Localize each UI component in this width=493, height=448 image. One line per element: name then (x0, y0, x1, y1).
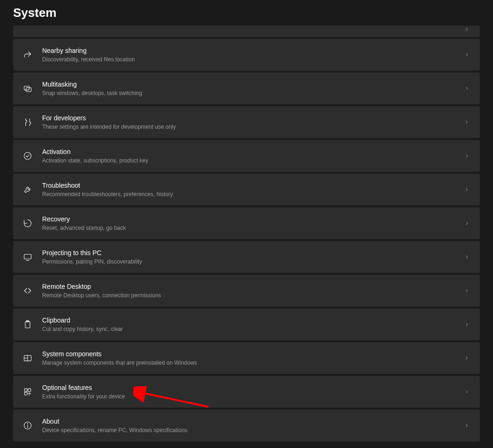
item-title: Recovery (42, 215, 463, 223)
recovery-icon (22, 218, 33, 228)
item-activation[interactable]: Activation Activation state, subscriptio… (13, 140, 480, 172)
item-title: Nearby sharing (42, 46, 463, 55)
share-icon (22, 50, 33, 60)
item-subtitle: Manage system components that are preins… (42, 359, 463, 367)
components-icon (22, 353, 33, 363)
chevron-right-icon (463, 354, 471, 362)
item-subtitle: Snap windows, desktops, task switching (42, 89, 463, 97)
svg-rect-0 (24, 29, 31, 33)
item-title: Troubleshoot (42, 181, 463, 190)
wrench-icon (22, 184, 33, 195)
svg-rect-1 (24, 86, 29, 90)
item-troubleshoot[interactable]: Troubleshoot Recommended troubleshooters… (13, 174, 480, 206)
chevron-right-icon (463, 26, 471, 33)
item-for-developers[interactable]: For developers These settings are intend… (13, 106, 480, 138)
item-title: Remote Desktop (42, 282, 463, 291)
devtools-icon (22, 117, 33, 127)
item-about[interactable]: About Device specifications, rename PC, … (13, 410, 480, 441)
item-title: Projecting to this PC (42, 249, 463, 257)
chevron-right-icon (463, 85, 471, 92)
item-storage[interactable]: Storage Storage space, drives, configura… (13, 26, 480, 37)
item-projecting[interactable]: Projecting to this PC Permissions, pairi… (13, 241, 480, 273)
item-title: Clipboard (42, 316, 463, 324)
info-icon (22, 420, 33, 431)
svg-rect-10 (24, 389, 27, 391)
item-title: Multitasking (42, 80, 463, 88)
item-nearby-sharing[interactable]: Nearby sharing Discoverability, received… (13, 39, 480, 71)
svg-rect-4 (24, 254, 31, 259)
item-subtitle: Device specifications, rename PC, Window… (42, 426, 463, 434)
item-clipboard[interactable]: Clipboard Cut and copy history, sync, cl… (13, 308, 480, 340)
item-subtitle: Permissions, pairing PIN, discoverabilit… (42, 258, 463, 266)
windows-icon (22, 83, 33, 94)
clipboard-icon (22, 319, 33, 330)
item-title: About (42, 417, 463, 426)
item-subtitle: Recommended troubleshooters, preferences… (42, 191, 463, 198)
chevron-right-icon (463, 186, 471, 193)
remote-icon (22, 286, 33, 296)
item-multitasking[interactable]: Multitasking Snap windows, desktops, tas… (13, 73, 480, 104)
item-subtitle: Remote Desktop users, connection permiss… (42, 292, 463, 300)
chevron-right-icon (463, 118, 471, 126)
svg-rect-12 (24, 392, 27, 395)
optional-icon (22, 387, 33, 397)
chevron-right-icon (463, 220, 471, 227)
item-system-components[interactable]: System components Manage system componen… (13, 342, 480, 374)
item-optional-features[interactable]: Optional features Extra functionality fo… (13, 376, 480, 408)
chevron-right-icon (463, 321, 471, 328)
svg-rect-2 (26, 88, 31, 91)
item-subtitle: Discoverability, received files location (42, 56, 463, 64)
settings-list: Storage Storage space, drives, configura… (0, 26, 493, 441)
svg-point-15 (28, 424, 28, 424)
item-title: For developers (42, 114, 463, 122)
item-subtitle: Cut and copy history, sync, clear (42, 325, 463, 333)
check-circle-icon (22, 151, 33, 161)
item-title: Optional features (42, 383, 463, 392)
page-title: System (13, 6, 480, 20)
chevron-right-icon (463, 253, 471, 261)
item-subtitle: Reset, advanced startup, go back (42, 224, 463, 232)
chevron-right-icon (463, 152, 471, 160)
item-remote-desktop[interactable]: Remote Desktop Remote Desktop users, con… (13, 275, 480, 307)
item-title: System components (42, 350, 463, 358)
item-subtitle: Storage space, drives, configuration rul… (42, 26, 463, 26)
chevron-right-icon (463, 51, 471, 59)
project-icon (22, 252, 33, 262)
item-subtitle: Extra functionality for your device (42, 393, 463, 401)
chevron-right-icon (463, 388, 471, 396)
item-title: Activation (42, 147, 463, 156)
page-header: System (0, 0, 493, 26)
item-subtitle: These settings are intended for developm… (42, 123, 463, 131)
svg-rect-11 (28, 389, 31, 391)
chevron-right-icon (463, 422, 471, 429)
chevron-right-icon (463, 287, 471, 294)
item-recovery[interactable]: Recovery Reset, advanced startup, go bac… (13, 207, 480, 239)
item-subtitle: Activation state, subscriptions, product… (42, 157, 463, 165)
svg-point-3 (24, 153, 31, 160)
